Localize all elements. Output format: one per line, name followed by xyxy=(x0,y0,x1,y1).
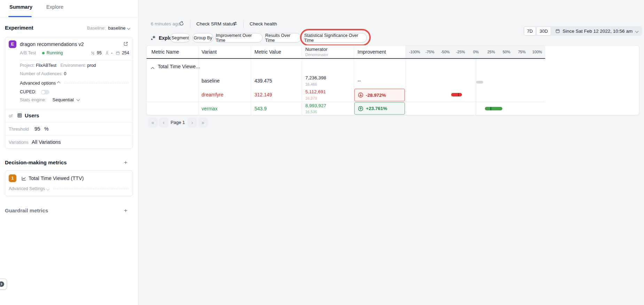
experiment-type-row: A/B Test Running xyxy=(20,50,63,55)
pagination-next-button[interactable]: › xyxy=(187,118,197,127)
advanced-options-label: Advanced options xyxy=(20,80,56,86)
metric-value-vermax: 543.9 xyxy=(254,106,267,111)
col-header-metric-name: Metric Name xyxy=(151,49,179,55)
dashed-divider xyxy=(53,189,128,189)
advanced-options-toggle[interactable]: Advanced options xyxy=(20,80,128,86)
pagination-prev-button[interactable]: ‹ xyxy=(159,118,168,127)
experiment-card: E dragon recommendations v2 A/B Test Run… xyxy=(5,37,133,149)
chevron-down-icon xyxy=(127,26,130,30)
col-header-variant: Variant xyxy=(202,49,217,55)
results-table: Metric Name Variant Metric Value Numerat… xyxy=(146,45,639,115)
variant-name-vermax: vermax xyxy=(202,106,218,111)
app-root: Summary Explore Experiment Baseline: bas… xyxy=(0,0,644,305)
range-30d-button[interactable]: 30D xyxy=(536,26,551,36)
check-health-button[interactable]: Check health xyxy=(250,21,277,26)
col-header-metric-value: Metric Value xyxy=(254,49,281,55)
numerator-vermax: 8,993,927 xyxy=(305,103,326,108)
audiences-value: 0 xyxy=(64,71,66,76)
date-range-picker[interactable]: Since Sat Feb 12 2022, 10:56 am xyxy=(552,29,642,34)
add-guardrail-metric-button[interactable]: + xyxy=(124,208,127,213)
threshold-input[interactable]: 95 xyxy=(34,126,40,132)
check-srm-button[interactable]: Check SRM status xyxy=(196,21,235,26)
table-grid-icon xyxy=(17,113,22,118)
explore-segment-button[interactable]: Segment xyxy=(170,33,190,42)
calendar-icon xyxy=(555,29,560,33)
scale-tick: -25% xyxy=(456,50,465,54)
chevron-down-icon xyxy=(635,29,639,33)
audience-value: - xyxy=(111,50,112,55)
metric-group-name[interactable]: Total Time Viewe... xyxy=(158,64,200,69)
scale-tick: 50% xyxy=(503,50,510,54)
divider xyxy=(190,20,190,28)
cuped-toggle[interactable] xyxy=(41,90,49,94)
explore-results-over-time-button[interactable]: Results Over Time xyxy=(265,33,301,42)
experiment-title: dragon recommendations v2 xyxy=(20,41,84,47)
decision-metric-card[interactable]: 1 Total Time Viewed (TTV) Advanced Setti… xyxy=(5,170,133,196)
circle-arrow-down-icon xyxy=(358,92,363,98)
chevron-down-icon xyxy=(46,187,50,190)
guardrail-metrics-title: Guardrail metrics xyxy=(5,208,48,213)
improvement-dreamfyre: -28.972% xyxy=(366,93,386,98)
experiment-stats-row: 95 - 254 xyxy=(91,50,129,55)
decision-metrics-title: Decision-making metrics xyxy=(5,159,67,165)
explore-groupby-button[interactable]: Group By xyxy=(193,33,213,42)
advanced-settings-label: Advanced Settings xyxy=(9,186,45,191)
sidebar-collapse-button[interactable] xyxy=(0,279,7,290)
variations-value: All Variations xyxy=(32,139,61,145)
variant-name-baseline: baseline xyxy=(202,78,220,84)
advanced-settings-toggle[interactable]: Advanced Settings xyxy=(9,186,128,191)
sparkle-icon xyxy=(150,35,156,41)
ci-center-tick xyxy=(490,107,491,110)
project-row: Project: FlixABTest Environment: prod xyxy=(20,63,96,68)
scale-tick: 75% xyxy=(518,50,526,54)
stats-engine-row: Stats engine: Sequential xyxy=(20,97,79,102)
calendar-icon xyxy=(116,51,120,55)
experiment-section-title: Experiment xyxy=(5,25,33,31)
last-updated-text: 6 minutes ago xyxy=(151,21,180,26)
col-header-numerator: Numerator xyxy=(305,47,328,52)
improvement-vermax: +23.761% xyxy=(366,106,387,111)
stats-engine-label: Stats engine: xyxy=(20,97,46,102)
chevron-up-icon xyxy=(57,81,61,85)
col-header-denominator: Denominator xyxy=(305,53,328,57)
variations-label: Variations xyxy=(9,140,29,145)
variant-name-dreamfyre: dreamfyre xyxy=(202,92,223,97)
external-link-icon[interactable] xyxy=(123,41,128,47)
ci-bar-vermax xyxy=(485,107,502,110)
improvement-baseline: -- xyxy=(358,78,361,84)
cuped-row: CUPED: xyxy=(20,89,49,94)
dashed-divider xyxy=(64,83,128,83)
tab-explore[interactable]: Explore xyxy=(46,4,63,10)
add-decision-metric-button[interactable]: + xyxy=(124,159,127,165)
col-header-improvement: Improvement xyxy=(358,49,386,55)
cuped-label: CUPED: xyxy=(20,89,36,94)
explore-improvement-over-time-button[interactable]: Improvement Over Time xyxy=(215,33,262,42)
range-7d-button[interactable]: 7D xyxy=(524,26,536,36)
audiences-row: Number of Audiences: 0 xyxy=(20,71,66,76)
scale-tick: -75% xyxy=(425,50,434,54)
scale-tick: 100% xyxy=(532,50,542,54)
tabbar-divider xyxy=(0,17,139,17)
chevron-down-icon xyxy=(76,98,80,101)
numerator-baseline: 7,236,398 xyxy=(305,75,326,80)
date-range-group: 7D 30D Since Sat Feb 12 2022, 10:56 am xyxy=(523,26,642,36)
ci-bar-baseline xyxy=(476,81,483,84)
pagination-last-button[interactable]: » xyxy=(198,118,208,127)
tab-summary[interactable]: Summary xyxy=(9,4,32,10)
line-chart-icon xyxy=(21,176,26,181)
explore-statistical-significance-button[interactable]: Statistical Significance Over Time xyxy=(304,33,367,42)
refresh-icon[interactable] xyxy=(179,21,184,26)
row-divider xyxy=(147,102,545,102)
pagination-first-button[interactable]: « xyxy=(148,118,158,127)
circle-chevron-icon xyxy=(0,281,5,287)
denominator-baseline: 16,466 xyxy=(305,82,317,86)
split-percent-icon xyxy=(91,51,95,55)
pagination-page-label: Page 1 xyxy=(171,120,185,125)
metric-name: Total Time Viewed (TTV) xyxy=(29,175,84,181)
improvement-cell-vermax: +23.761% xyxy=(354,102,405,115)
collapse-chevron-icon[interactable] xyxy=(151,65,154,70)
denominator-vermax: 16,536 xyxy=(305,110,317,114)
stats-engine-select[interactable]: Sequential xyxy=(53,97,74,102)
baseline-selector[interactable]: Baseline: baseline xyxy=(87,25,130,31)
environment-value: prod xyxy=(87,63,96,68)
